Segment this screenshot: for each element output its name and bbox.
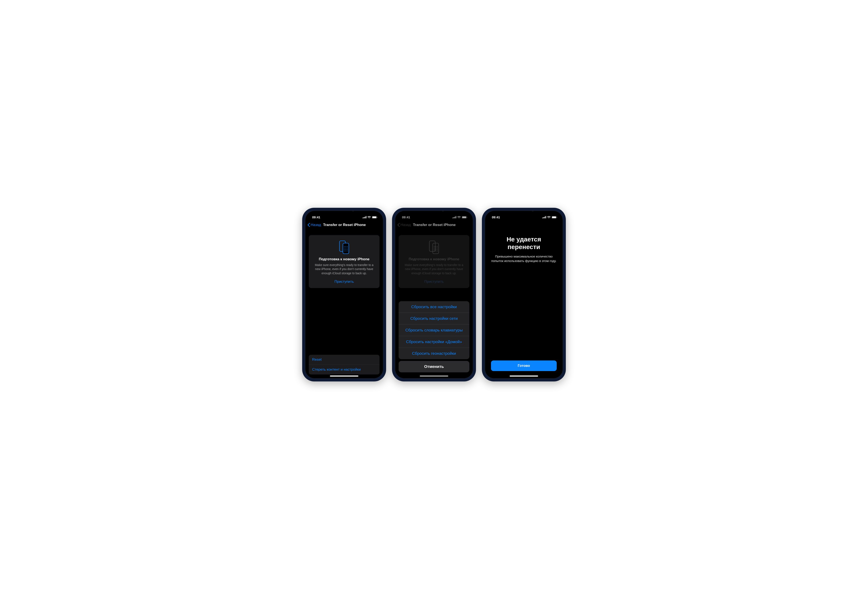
reset-keyboard-dictionary[interactable]: Сбросить словарь клавиатуры bbox=[399, 324, 469, 336]
options-list: Reset Стереть контент и настройки bbox=[309, 355, 379, 374]
status-time: 09:41 bbox=[312, 215, 320, 219]
screen: 09:41 Не удается перенести Превышено мак… bbox=[485, 211, 563, 378]
svg-point-15 bbox=[344, 249, 345, 250]
reset-row[interactable]: Reset bbox=[309, 355, 379, 365]
cancel-button[interactable]: Отменить bbox=[399, 361, 469, 373]
screen: 09:41 Назад Transfer or Reset iPhone bbox=[395, 211, 473, 378]
home-indicator[interactable] bbox=[330, 375, 358, 377]
notch bbox=[507, 211, 541, 217]
svg-rect-8 bbox=[343, 243, 349, 254]
get-started-button[interactable]: Приступить bbox=[313, 280, 376, 284]
svg-point-11 bbox=[347, 246, 348, 247]
svg-point-17 bbox=[347, 249, 348, 250]
transfer-phones-icon bbox=[313, 240, 376, 254]
svg-point-12 bbox=[344, 247, 345, 248]
status-indicators bbox=[542, 216, 557, 219]
error-title: Не удается перенести bbox=[491, 236, 557, 251]
status-indicators bbox=[363, 216, 378, 219]
back-label: Назад bbox=[311, 223, 321, 227]
phone-frame-3: 09:41 Не удается перенести Превышено мак… bbox=[482, 208, 566, 381]
svg-rect-43 bbox=[543, 217, 544, 218]
reset-all-settings[interactable]: Сбросить все настройки bbox=[399, 301, 469, 313]
svg-point-18 bbox=[344, 250, 345, 251]
reset-action-sheet: Сбросить все настройки Сбросить настройк… bbox=[399, 301, 469, 373]
svg-rect-3 bbox=[366, 216, 366, 218]
nav-title: Transfer or Reset iPhone bbox=[323, 223, 379, 227]
svg-rect-44 bbox=[545, 216, 545, 218]
svg-rect-1 bbox=[364, 217, 364, 218]
svg-rect-42 bbox=[542, 218, 543, 218]
cellular-icon bbox=[542, 216, 546, 218]
nav-bar: Назад Transfer or Reset iPhone bbox=[306, 221, 383, 229]
cellular-icon bbox=[363, 216, 366, 218]
wifi-icon bbox=[547, 216, 551, 219]
svg-point-20 bbox=[347, 250, 348, 251]
reset-home-screen[interactable]: Сбросить настройки «Домой» bbox=[399, 336, 469, 348]
svg-point-9 bbox=[344, 246, 345, 247]
svg-point-13 bbox=[345, 247, 346, 248]
notch bbox=[417, 211, 451, 217]
svg-rect-47 bbox=[552, 216, 556, 218]
svg-point-16 bbox=[345, 249, 346, 250]
prepare-card: Подготовка к новому iPhone Make sure eve… bbox=[309, 235, 379, 288]
error-modal: Не удается перенести Превышено максималь… bbox=[485, 221, 562, 378]
phone-frame-1: 09:41 Назад Transfer or Reset iPhone bbox=[302, 208, 386, 381]
chevron-left-icon bbox=[307, 223, 310, 227]
sheet-options: Сбросить все настройки Сбросить настройк… bbox=[399, 301, 469, 359]
prepare-body: Make sure everything's ready to transfer… bbox=[313, 263, 376, 275]
reset-location-privacy[interactable]: Сбросить геонастройки bbox=[399, 348, 469, 359]
svg-point-14 bbox=[347, 247, 348, 248]
notch bbox=[327, 211, 361, 217]
home-indicator[interactable] bbox=[510, 375, 538, 377]
svg-rect-0 bbox=[363, 218, 363, 218]
back-button[interactable]: Назад bbox=[307, 223, 321, 227]
wifi-icon bbox=[368, 216, 371, 219]
svg-point-19 bbox=[345, 250, 346, 251]
phone-frame-2: 09:41 Назад Transfer or Reset iPhone bbox=[392, 208, 476, 381]
status-time: 09:41 bbox=[492, 215, 500, 219]
prepare-title: Подготовка к новому iPhone bbox=[313, 257, 376, 261]
svg-rect-45 bbox=[545, 216, 546, 218]
battery-icon bbox=[552, 216, 557, 219]
svg-rect-5 bbox=[372, 216, 376, 218]
done-button[interactable]: Готово bbox=[491, 361, 557, 371]
svg-rect-2 bbox=[365, 216, 365, 218]
svg-rect-48 bbox=[557, 217, 557, 218]
svg-rect-6 bbox=[377, 217, 378, 218]
error-body: Превышено максимальное количество попыто… bbox=[491, 254, 557, 263]
erase-row[interactable]: Стереть контент и настройки bbox=[309, 365, 379, 374]
screen: 09:41 Назад Transfer or Reset iPhone bbox=[305, 211, 383, 378]
svg-point-10 bbox=[345, 246, 346, 247]
reset-network-settings[interactable]: Сбросить настройки сети bbox=[399, 313, 469, 324]
battery-icon bbox=[372, 216, 378, 219]
